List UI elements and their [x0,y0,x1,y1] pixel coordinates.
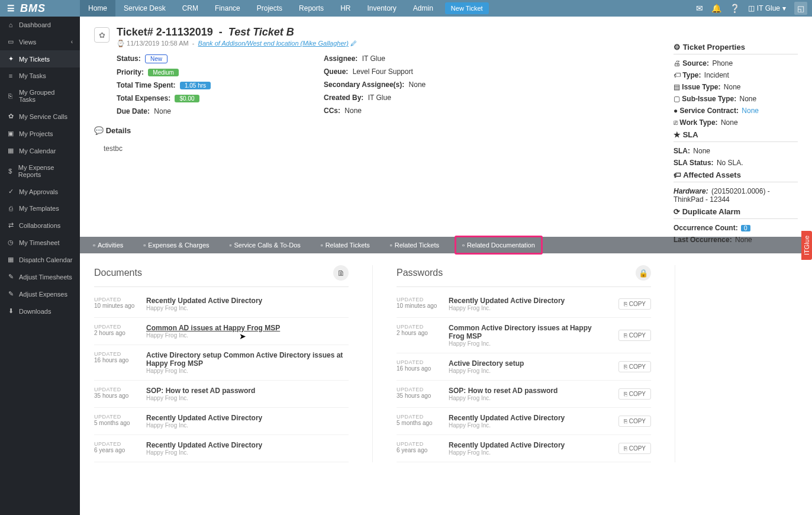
updated-time: 10 minutes ago [94,302,137,309]
doc-title[interactable]: Recently Updated Active Directory [449,414,609,422]
sidebar-label: Collaborations [19,222,60,229]
nav-finance[interactable]: Finance [207,0,249,17]
sidebar-item-adjust-expenses[interactable]: ✎Adjust Expenses [0,285,80,302]
sidebar-item-my-calendar[interactable]: ▦My Calendar [0,142,80,159]
sidebar-item-my-approvals[interactable]: ✓My Approvals [0,183,80,200]
doc-title[interactable]: SOP: How to reset AD password [449,387,609,395]
doc-title[interactable]: SOP: How to reset AD password [146,387,349,395]
sidebar-item-dispatch-calendar[interactable]: ▦Dispatch Calendar [0,251,80,268]
list-item[interactable]: UPDATED16 hours agoActive Directory setu… [94,345,349,381]
tab-service-calls-to-dos[interactable]: ▫ Service Calls & To-Dos [225,237,305,253]
sidebar-item-dashboard[interactable]: ⌂Dashboard [0,17,80,33]
ticket-datetime: 11/13/2019 10:58 AM [127,40,189,47]
list-item[interactable]: UPDATED35 hours agoSOP: How to reset AD … [94,381,349,408]
tab-activities[interactable]: ▫ Activities [88,237,128,253]
updated-time: 2 hours ago [397,330,439,336]
doc-title[interactable]: Common Active Directory issues at Happy … [449,324,609,340]
doc-org: Happy Frog Inc. [449,422,609,429]
bell-icon[interactable]: 🔔 [711,4,721,13]
nav-hr[interactable]: HR [332,0,359,17]
sidebar-item-my-timesheet[interactable]: ◷My Timesheet [0,234,80,251]
copy-icon: ⎘ [624,391,627,397]
sidebar-item-adjust-timesheets[interactable]: ✎Adjust Timesheets [0,268,80,285]
sidebar-item-views[interactable]: ▭Views‹ [0,33,80,50]
list-item[interactable]: UPDATED6 years agoRecently Updated Activ… [94,435,349,462]
source-value: Phone [712,59,733,67]
edit-icon[interactable]: 🖉 [350,40,357,47]
chevron-left-icon: ‹ [71,38,73,45]
tab-expenses-charges[interactable]: ▫ Expenses & Charges [138,237,214,253]
list-item[interactable]: UPDATED35 hours agoSOP: How to reset AD … [397,381,651,408]
copy-icon: ⎘ [624,445,627,452]
list-item[interactable]: UPDATED5 months agoRecently Updated Acti… [94,408,349,435]
nav-admin[interactable]: Admin [405,0,442,17]
new-ticket-button[interactable]: New Ticket [445,2,489,14]
nav-inventory[interactable]: Inventory [359,0,404,17]
nav-reports[interactable]: Reports [291,0,332,17]
doc-title[interactable]: Active Directory setup Common Active Dir… [146,351,349,368]
sidebar-item-my-grouped-tasks[interactable]: ⎘My Grouped Tasks [0,84,80,108]
sidebar-icon: ⎘ [7,92,14,99]
hamburger-icon[interactable]: ☰ [7,4,15,13]
nav-crm[interactable]: CRM [174,0,207,17]
sidebar-icon: ≡ [7,72,14,79]
doc-title[interactable]: Recently Updated Active Directory [449,297,609,305]
doc-title[interactable]: Recently Updated Active Directory [146,297,349,305]
help-icon[interactable]: ❔ [730,4,740,13]
doc-title[interactable]: Recently Updated Active Directory [146,441,349,449]
list-item[interactable]: UPDATED10 minutes agoRecently Updated Ac… [397,291,651,318]
sidebar-label: Dashboard [19,21,51,28]
contract-link[interactable]: None [742,107,759,115]
updated-time: 35 hours ago [94,392,137,399]
list-item[interactable]: UPDATED16 hours agoActive Directory setu… [397,353,651,381]
list-item[interactable]: UPDATED6 years agoRecently Updated Activ… [397,435,651,462]
copy-button[interactable]: ⎘ COPY [618,298,651,310]
tab-icon: ▫ [462,242,465,249]
doc-title[interactable]: Recently Updated Active Directory [449,441,609,449]
doc-title[interactable]: Active Directory setup [449,359,609,368]
nav-projects[interactable]: Projects [249,0,291,17]
updated-time: 6 years ago [94,447,137,453]
list-item[interactable]: UPDATED10 minutes agoRecently Updated Ac… [94,291,349,318]
user-menu[interactable]: ◫ IT Glue ▾ [748,4,786,12]
mail-icon[interactable]: ✉ [696,4,703,13]
copy-button[interactable]: ⎘ COPY [618,416,651,427]
copy-button[interactable]: ⎘ COPY [618,361,651,372]
nav-home[interactable]: Home [80,0,115,17]
list-item[interactable]: UPDATED2 hours agoCommon Active Director… [397,318,651,353]
sidebar-label: Adjust Timesheets [19,273,72,281]
sidebar-item-my-tasks[interactable]: ≡My Tasks [0,67,80,84]
tab-related-documentation[interactable]: ▫ Related Documentation [455,236,543,255]
nav-service-desk[interactable]: Service Desk [115,0,174,17]
sla-heading: ★ SLA [674,130,798,142]
doc-title[interactable]: Common AD issues at Happy Frog MSP [146,324,349,332]
doc-org: Happy Frog Inc. [146,395,349,401]
sidebar-item-my-projects[interactable]: ▣My Projects [0,125,80,142]
copy-button[interactable]: ⎘ COPY [618,443,651,454]
doc-title[interactable]: Recently Updated Active Directory [146,414,349,422]
occurrence-count: 0 [741,225,750,231]
topbar-right: ✉ 🔔 ❔ ◫ IT Glue ▾ ◱ [696,2,812,15]
sidebar-item-my-service-calls[interactable]: ✿My Service Calls [0,108,80,125]
updated-label: UPDATED [397,359,439,365]
list-item[interactable]: UPDATED5 months agoRecently Updated Acti… [397,408,651,435]
itglue-tab[interactable]: ITGlue [801,231,812,260]
ticket-name: Test Ticket B [228,26,294,38]
corner-button[interactable]: ◱ [794,2,807,15]
sidebar-item-my-templates[interactable]: ⎙My Templates [0,200,80,217]
sidebar-item-downloads[interactable]: ⬇Downloads [0,302,80,320]
doc-org: Happy Frog Inc. [449,449,609,456]
ccs-value: None [344,107,362,115]
sidebar-item-my-tickets[interactable]: ✦My Tickets [0,50,80,67]
sidebar-icon: ✎ [7,290,14,298]
ticket-location-link[interactable]: Bank of Addison/West end location (Mike … [198,40,349,47]
queue-value: Level Four Support [353,67,413,76]
copy-button[interactable]: ⎘ COPY [618,388,651,400]
list-item[interactable]: UPDATED2 hours agoCommon AD issues at Ha… [94,318,349,345]
sidebar-item-my-expense-reports[interactable]: $My Expense Reports [0,159,80,183]
sidebar-item-collaborations[interactable]: ⇄Collaborations [0,217,80,234]
tab-related-tickets[interactable]: ▫ Related Tickets [316,237,375,253]
copy-button[interactable]: ⎘ COPY [618,330,651,341]
doc-org: Happy Frog Inc. [146,305,349,311]
tab-related-tickets[interactable]: ▫ Related Tickets [385,237,444,253]
